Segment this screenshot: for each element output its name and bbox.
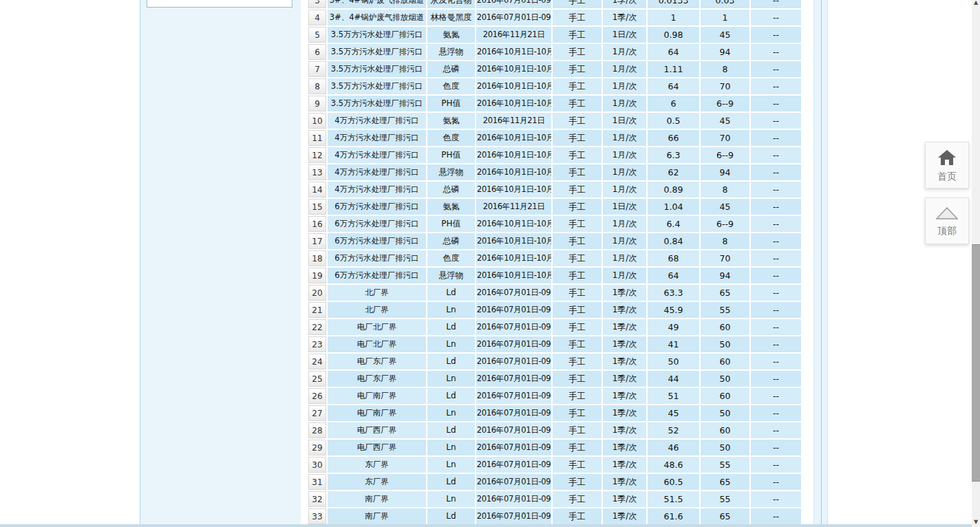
row-number: 11 xyxy=(308,130,326,146)
home-button-label: 首页 xyxy=(937,171,957,181)
table-row: 73.5万方污水处理厂排污口总磷2016年10月1日-10月手工1月/次1.11… xyxy=(308,61,801,77)
remark: -- xyxy=(751,44,801,60)
monitoring-date: 2016年10月1日-10月 xyxy=(476,96,551,111)
scroll-up-arrow-icon[interactable]: ▲ xyxy=(972,0,980,6)
monitoring-frequency: 1季/次 xyxy=(603,457,646,473)
standard-limit: 8 xyxy=(701,182,749,197)
row-number: 17 xyxy=(308,233,326,249)
monitoring-frequency: 1日/次 xyxy=(603,113,646,129)
monitoring-point: 3.5万方污水处理厂排污口 xyxy=(328,44,426,60)
table-row: 25电厂东厂界Ln2016年07月01日-09手工1季/次4450-- xyxy=(308,371,801,387)
monitoring-point: 3.5万方污水处理厂排污口 xyxy=(328,27,426,43)
monitoring-date: 2016年07月01日-09 xyxy=(476,491,551,507)
monitoring-method: 手工 xyxy=(553,113,601,129)
remark: -- xyxy=(751,285,801,301)
monitoring-date: 2016年10月1日-10月 xyxy=(476,61,551,77)
standard-limit: 50 xyxy=(701,336,749,352)
monitoring-point: 4万方污水处理厂排污口 xyxy=(328,182,426,197)
table-row: 30东厂界Ln2016年07月01日-09手工1季/次48.655-- xyxy=(308,457,801,473)
standard-limit: 55 xyxy=(701,491,749,507)
monitoring-frequency: 1月/次 xyxy=(603,147,646,163)
monitoring-frequency: 1月/次 xyxy=(603,44,646,60)
remark: -- xyxy=(751,147,801,163)
monitoring-date: 2016年07月01日-09 xyxy=(476,388,551,404)
pollutant-item: 汞及化合物 xyxy=(427,0,475,8)
monitoring-method: 手工 xyxy=(553,182,601,197)
monitoring-point: 3#、4#锅炉废气排放烟道 xyxy=(328,10,426,25)
row-number: 7 xyxy=(308,61,326,77)
back-to-top-button[interactable]: 顶部 xyxy=(925,197,969,244)
monitoring-frequency: 1日/次 xyxy=(603,199,646,215)
row-number: 10 xyxy=(308,113,326,129)
monitoring-date: 2016年10月1日-10月 xyxy=(476,182,551,197)
vertical-scrollbar[interactable]: ▲ ▼ xyxy=(972,0,980,527)
monitoring-method: 手工 xyxy=(553,199,601,215)
table-row: 32南厂界Ln2016年07月01日-09手工1季/次51.555-- xyxy=(308,491,801,507)
monitoring-date: 2016年10月1日-10月 xyxy=(476,268,551,283)
standard-limit: 70 xyxy=(701,78,749,94)
scrollbar-thumb[interactable] xyxy=(972,244,980,482)
standard-limit: 45 xyxy=(701,27,749,43)
monitoring-frequency: 1月/次 xyxy=(603,164,646,180)
table-row: 156万方污水处理厂排污口氨氮2016年11月21日手工1日/次1.0445-- xyxy=(308,199,801,215)
monitoring-value: 6.4 xyxy=(648,216,699,232)
pollutant-item: 林格曼黑度 xyxy=(427,10,475,25)
row-number: 4 xyxy=(308,10,326,25)
monitoring-frequency: 1月/次 xyxy=(603,130,646,146)
monitoring-date: 2016年07月01日-09 xyxy=(476,0,551,8)
row-number: 18 xyxy=(308,250,326,266)
monitoring-date: 2016年07月01日-09 xyxy=(476,508,551,524)
monitoring-date: 2016年07月01日-09 xyxy=(476,354,551,369)
monitoring-frequency: 1季/次 xyxy=(603,10,646,25)
row-number: 22 xyxy=(308,319,326,335)
pollutant-item: 悬浮物 xyxy=(427,164,475,180)
pollutant-item: Ld xyxy=(427,319,475,335)
monitoring-date: 2016年10月1日-10月 xyxy=(476,164,551,180)
pollutant-item: Ld xyxy=(427,388,475,404)
monitoring-date: 2016年10月1日-10月 xyxy=(476,78,551,94)
monitoring-value: 0.0133 xyxy=(648,0,699,8)
monitoring-method: 手工 xyxy=(553,285,601,301)
monitoring-method: 手工 xyxy=(553,147,601,163)
monitoring-method: 手工 xyxy=(553,0,601,8)
monitoring-value: 51.5 xyxy=(648,491,699,507)
standard-limit: 94 xyxy=(701,268,749,283)
monitoring-date: 2016年07月01日-09 xyxy=(476,336,551,352)
pollutant-item: 色度 xyxy=(427,130,475,146)
monitoring-value: 64 xyxy=(648,78,699,94)
monitoring-point: 3.5万方污水处理厂排污口 xyxy=(328,61,426,77)
monitoring-date: 2016年11月21日 xyxy=(476,199,551,215)
monitoring-method: 手工 xyxy=(553,440,601,455)
monitoring-frequency: 1季/次 xyxy=(603,371,646,387)
monitoring-method: 手工 xyxy=(553,250,601,266)
monitoring-date: 2016年07月01日-09 xyxy=(476,10,551,25)
remark: -- xyxy=(751,96,801,111)
scroll-down-arrow-icon[interactable]: ▼ xyxy=(972,519,980,526)
pollutant-item: Ln xyxy=(427,336,475,352)
remark: -- xyxy=(751,164,801,180)
monitoring-method: 手工 xyxy=(553,96,601,111)
monitoring-date: 2016年07月01日-09 xyxy=(476,440,551,455)
monitoring-date: 2016年07月01日-09 xyxy=(476,285,551,301)
monitoring-value: 52 xyxy=(648,422,699,438)
row-number: 24 xyxy=(308,354,326,369)
home-button[interactable]: 首页 xyxy=(925,142,969,189)
pollutant-item: Ld xyxy=(427,508,475,524)
pollutant-item: 悬浮物 xyxy=(427,268,475,283)
monitoring-date: 2016年10月1日-10月 xyxy=(476,130,551,146)
monitoring-frequency: 1日/次 xyxy=(603,27,646,43)
table-row: 144万方污水处理厂排污口总磷2016年10月1日-10月手工1月/次0.898… xyxy=(308,182,801,197)
monitoring-method: 手工 xyxy=(553,422,601,438)
pollutant-item: PH值 xyxy=(427,147,475,163)
monitoring-value: 63.3 xyxy=(648,285,699,301)
monitoring-date: 2016年10月1日-10月 xyxy=(476,147,551,163)
pollutant-item: Ld xyxy=(427,422,475,438)
monitoring-point: 东厂界 xyxy=(328,457,426,473)
monitoring-frequency: 1季/次 xyxy=(603,405,646,421)
table-row: 24电厂东厂界Ld2016年07月01日-09手工1季/次5060-- xyxy=(308,354,801,369)
monitoring-point: 3.5万方污水处理厂排污口 xyxy=(328,78,426,94)
remark: -- xyxy=(751,61,801,77)
standard-limit: 60 xyxy=(701,422,749,438)
monitoring-frequency: 1月/次 xyxy=(603,61,646,77)
table-row: 93.5万方污水处理厂排污口PH值2016年10月1日-10月手工1月/次66-… xyxy=(308,96,801,111)
